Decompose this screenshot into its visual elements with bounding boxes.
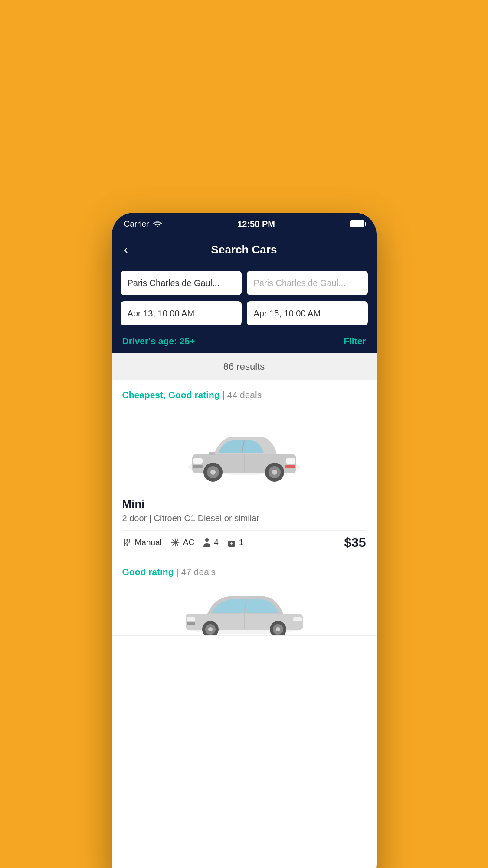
svg-point-12	[272, 470, 277, 475]
end-date-input[interactable]: Apr 15, 10:00 AM	[247, 301, 368, 326]
car-desc-1: 2 door | Citroen C1 Diesel or similar	[122, 513, 366, 523]
bags-label: 1	[239, 538, 244, 547]
ac-label: AC	[183, 538, 194, 547]
seats-label: 4	[214, 538, 219, 547]
svg-rect-5	[193, 465, 203, 468]
svg-point-16	[126, 539, 128, 541]
drivers-age-label[interactable]: Driver's age: 25+	[122, 336, 195, 346]
filter-row: Driver's age: 25+ Filter	[121, 332, 368, 353]
svg-rect-38	[187, 622, 195, 625]
car-svg-1	[183, 415, 305, 484]
car-image-1	[112, 402, 377, 493]
group-deals-1: | 44 deals	[223, 390, 262, 400]
svg-point-9	[210, 470, 216, 475]
svg-point-44	[276, 627, 280, 631]
features-left-1: Manual AC	[122, 538, 244, 547]
group-header-1: Cheapest, Good rating | 44 deals	[112, 380, 377, 402]
svg-rect-4	[286, 458, 295, 464]
transmission-badge: Manual	[122, 538, 162, 547]
svg-rect-36	[187, 617, 195, 621]
start-date-input[interactable]: Apr 13, 10:00 AM	[121, 301, 242, 326]
ac-icon	[170, 538, 180, 547]
car-listings: Cheapest, Good rating | 44 deals	[112, 380, 377, 636]
seats-icon	[203, 538, 211, 547]
status-bar: Carrier 12:50 PM	[112, 213, 377, 235]
results-count: 86 results	[223, 361, 265, 372]
svg-rect-3	[193, 458, 203, 464]
svg-rect-37	[293, 617, 302, 621]
phone-mockup: Carrier 12:50 PM ‹ Search Cars Par	[95, 187, 394, 868]
search-section: Paris Charles de Gaul... Paris Charles d…	[112, 264, 377, 353]
svg-rect-14	[209, 452, 215, 455]
wifi-icon	[153, 220, 162, 227]
dropoff-input[interactable]: Paris Charles de Gaul...	[247, 271, 368, 295]
svg-rect-6	[285, 465, 295, 468]
group-deals-2: | 47 deals	[176, 567, 216, 577]
car-image-2	[112, 579, 377, 635]
group-label-2: Good rating	[122, 567, 174, 577]
results-bar: 86 results	[112, 353, 377, 380]
svg-point-19	[126, 544, 128, 546]
svg-point-15	[124, 539, 125, 541]
listing-group-2: Good rating | 47 deals	[112, 557, 377, 636]
ac-badge: AC	[170, 538, 194, 547]
svg-line-22	[124, 542, 127, 544]
carrier-info: Carrier	[124, 219, 162, 229]
car-svg-2	[179, 579, 309, 635]
car-price-1: $35	[344, 535, 366, 550]
transmission-icon	[122, 538, 132, 547]
group-label-1: Cheapest, Good rating	[122, 390, 220, 400]
filter-button[interactable]: Filter	[344, 336, 366, 346]
bags-icon	[227, 538, 236, 547]
page-title: Search Cars	[211, 243, 277, 256]
bags-badge: 1	[227, 538, 244, 547]
car-info-1: Mini 2 door | Citroen C1 Diesel or simil…	[112, 493, 377, 557]
navigation-bar: ‹ Search Cars	[112, 235, 377, 264]
battery-icon	[350, 220, 364, 227]
svg-point-17	[128, 539, 130, 541]
battery-indicator	[350, 220, 364, 227]
car-name-1: Mini	[122, 497, 366, 511]
phone-screen: Carrier 12:50 PM ‹ Search Cars Par	[112, 213, 377, 868]
back-button[interactable]: ‹	[124, 243, 128, 256]
svg-point-29	[205, 538, 209, 542]
carrier-label: Carrier	[124, 219, 149, 229]
pickup-input[interactable]: Paris Charles de Gaul...	[121, 271, 242, 295]
seats-badge: 4	[203, 538, 219, 547]
svg-point-18	[124, 544, 125, 546]
transmission-label: Manual	[135, 538, 162, 547]
group-header-2: Good rating | 47 deals	[112, 557, 377, 579]
svg-point-41	[208, 627, 213, 631]
location-row: Paris Charles de Gaul... Paris Charles d…	[121, 271, 368, 295]
date-row: Apr 13, 10:00 AM Apr 15, 10:00 AM	[121, 301, 368, 326]
car-features-row-1: Manual AC	[122, 530, 366, 550]
svg-line-24	[127, 542, 130, 544]
listing-group-1: Cheapest, Good rating | 44 deals	[112, 380, 377, 557]
status-time: 12:50 PM	[237, 219, 275, 229]
